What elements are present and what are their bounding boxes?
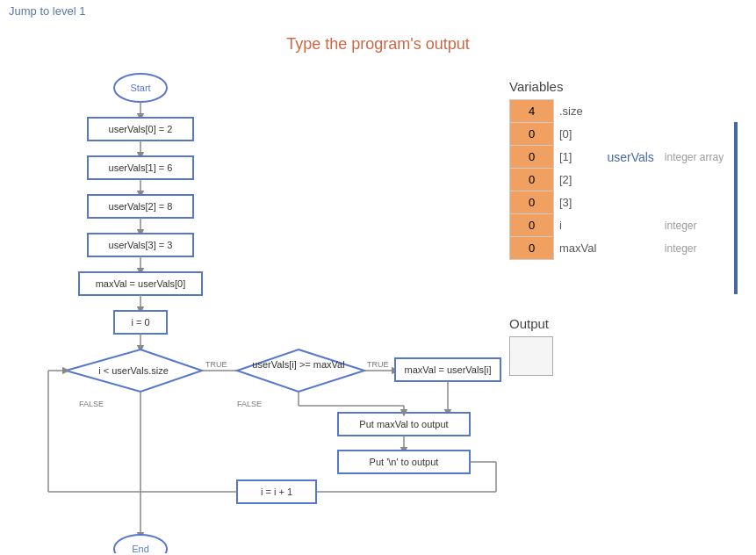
node-maxval-update: maxVal = userVals[i] [405, 364, 492, 375]
diamond-compare: userVals[i] >= maxVal [252, 359, 344, 370]
var-row-size: 4 .size userVals integer array [510, 100, 730, 123]
output-panel: Output [509, 316, 685, 376]
label-false-2: FALSE [237, 400, 262, 408]
end-label: End [132, 544, 149, 553]
var-value-maxval: 0 [510, 237, 554, 260]
node-uv3: userVals[3] = 3 [109, 240, 173, 250]
var-row-i: 0 i integer [510, 214, 730, 237]
var-value-3: 0 [510, 191, 554, 214]
label-true-1: TRUE [205, 360, 227, 369]
var-index-0: [0] [554, 123, 602, 146]
var-index-2: [2] [554, 169, 602, 191]
label-false-1: FALSE [79, 400, 104, 408]
var-index-i: i [554, 214, 602, 237]
variables-table: 4 .size userVals integer array 0 [0] 0 [… [509, 99, 729, 260]
output-box[interactable] [509, 336, 553, 376]
svg-marker-16 [237, 350, 364, 392]
node-uv2: userVals[2] = 8 [109, 201, 173, 212]
node-uv0: userVals[0] = 2 [109, 124, 173, 134]
node-i-increment: i = i + 1 [261, 487, 292, 497]
label-true-2: TRUE [367, 360, 389, 369]
flowchart-svg: .fc-text { font-family: Arial, sans-seri… [0, 61, 509, 553]
node-uv1: userVals[1] = 6 [109, 162, 173, 173]
variables-title: Variables [509, 79, 755, 94]
var-value-0: 0 [510, 123, 554, 146]
var-value-1: 0 [510, 146, 554, 169]
var-index-size: .size [554, 100, 602, 123]
var-name-uservals: userVals [601, 100, 659, 214]
variables-panel: Variables 4 .size userVals integer array… [509, 79, 755, 294]
node-maxval-init: maxVal = userVals[0] [96, 278, 186, 289]
var-row-maxval: 0 maxVal integer [510, 237, 730, 260]
node-i-init: i = 0 [131, 317, 149, 328]
var-type-array: integer array [659, 100, 729, 214]
node-put-newline: Put '\n' to output [370, 457, 439, 467]
node-put-maxval: Put maxVal to output [359, 419, 448, 429]
var-index-1: [1] [554, 146, 602, 169]
jump-to-level-link[interactable]: Jump to level 1 [9, 4, 85, 18]
start-label: Start [130, 83, 150, 93]
output-title: Output [509, 316, 685, 331]
blue-bar [734, 122, 738, 294]
var-value-size: 4 [510, 100, 554, 123]
var-type-maxval: integer [659, 237, 729, 260]
page-title: Type the program's output [0, 35, 756, 54]
diamond-i-size: i < userVals.size [98, 365, 169, 376]
var-index-maxval: maxVal [554, 237, 602, 260]
var-index-3: [3] [554, 191, 602, 214]
var-value-2: 0 [510, 169, 554, 191]
var-value-i: 0 [510, 214, 554, 237]
var-type-i: integer [659, 214, 729, 237]
